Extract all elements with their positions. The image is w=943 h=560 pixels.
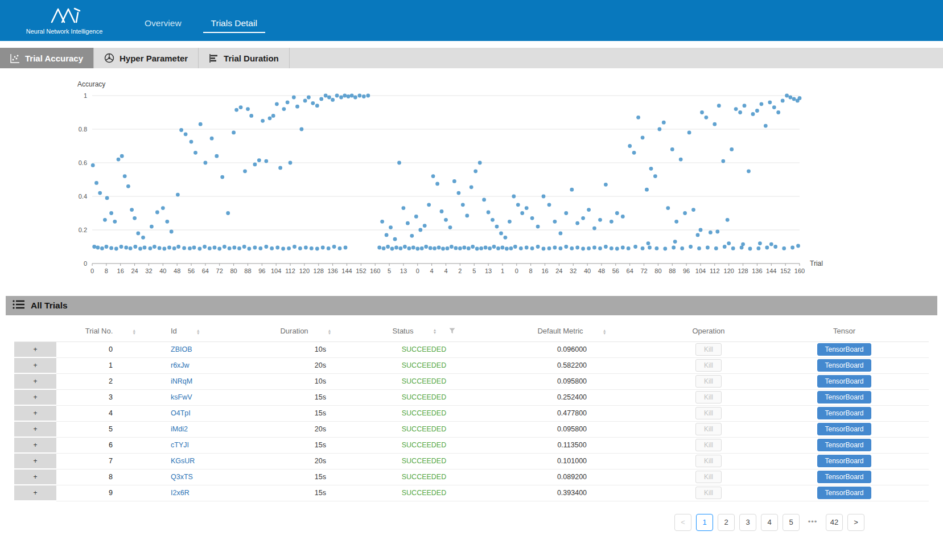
svg-text:16: 16 xyxy=(117,267,124,274)
svg-text:80: 80 xyxy=(654,267,661,274)
kill-button[interactable]: Kill xyxy=(695,439,722,451)
tab-trial-accuracy[interactable]: Trial Accuracy xyxy=(0,48,94,68)
table-row: +8Q3xTS15sSUCCEEDED0.089200KillTensorBoa… xyxy=(14,469,929,485)
sort-icon[interactable]: ▲▼ xyxy=(328,329,332,335)
svg-text:0.4: 0.4 xyxy=(79,193,87,200)
trial-id-cell[interactable]: O4TpI xyxy=(165,405,250,421)
table-row: +1r6xJw20sSUCCEEDED0.582200KillTensorBoa… xyxy=(14,357,929,373)
svg-text:120: 120 xyxy=(724,267,734,274)
pagination-page-3[interactable]: 3 xyxy=(739,514,756,531)
tensorboard-button[interactable]: TensorBoard xyxy=(817,375,871,388)
sort-icon[interactable]: ▲▼ xyxy=(603,329,607,335)
pagination-page-2[interactable]: 2 xyxy=(718,514,735,531)
expand-row-button[interactable]: + xyxy=(14,453,56,469)
trial-id-cell[interactable]: cTYJI xyxy=(165,437,250,453)
pagination-page-5[interactable]: 5 xyxy=(783,514,800,531)
trial-id-cell[interactable]: ksFwV xyxy=(165,389,250,405)
tensorboard-button[interactable]: TensorBoard xyxy=(817,359,871,372)
trial-no-cell: 7 xyxy=(56,453,165,469)
expand-row-button[interactable]: + xyxy=(14,469,56,485)
trial-id-cell[interactable]: ZBIOB xyxy=(165,341,250,357)
trial-id-cell[interactable]: iNRqM xyxy=(165,373,250,389)
pagination-page-1[interactable]: 1 xyxy=(696,514,713,531)
kill-button[interactable]: Kill xyxy=(695,455,722,467)
expand-row-button[interactable]: + xyxy=(14,421,56,437)
column-header-label: Id xyxy=(171,327,177,335)
tensorboard-button[interactable]: TensorBoard xyxy=(817,343,871,356)
expand-row-button[interactable]: + xyxy=(14,373,56,389)
kill-button[interactable]: Kill xyxy=(695,423,722,435)
tab-label: Trial Accuracy xyxy=(25,53,83,63)
status-cell: SUCCEEDED xyxy=(361,389,487,405)
trial-id-cell[interactable]: I2x6R xyxy=(165,485,250,501)
operation-cell: Kill xyxy=(657,405,760,421)
operation-cell: Kill xyxy=(657,373,760,389)
nni-logo[interactable]: Neural Network Intelligence xyxy=(10,6,118,35)
expand-row-button[interactable]: + xyxy=(14,485,56,501)
scatter-icon xyxy=(10,53,20,63)
trial-id-cell[interactable]: Q3xTS xyxy=(165,469,250,485)
pagination-prev-button[interactable]: < xyxy=(674,514,691,531)
pagination-page-42[interactable]: 42 xyxy=(826,514,843,531)
tab-label: Hyper Parameter xyxy=(120,53,188,63)
tensorboard-button[interactable]: TensorBoard xyxy=(817,391,871,403)
tensorboard-button[interactable]: TensorBoard xyxy=(817,423,871,435)
kill-button[interactable]: Kill xyxy=(695,375,722,388)
tensorboard-button[interactable]: TensorBoard xyxy=(817,471,871,483)
svg-text:8: 8 xyxy=(529,267,533,274)
svg-text:0: 0 xyxy=(90,267,94,274)
status-cell: SUCCEEDED xyxy=(361,341,487,357)
svg-text:112: 112 xyxy=(285,267,295,274)
trial-id-cell[interactable]: iMdi2 xyxy=(165,421,250,437)
trial-no-cell: 2 xyxy=(56,373,165,389)
svg-text:32: 32 xyxy=(145,267,152,274)
svg-text:96: 96 xyxy=(683,267,690,274)
tab-hyper-parameter[interactable]: Hyper Parameter xyxy=(94,48,199,68)
tensorboard-button[interactable]: TensorBoard xyxy=(817,407,871,419)
svg-text:64: 64 xyxy=(202,267,209,274)
trial-no-cell: 8 xyxy=(56,469,165,485)
tab-trial-duration[interactable]: Trial Duration xyxy=(199,48,290,68)
svg-text:40: 40 xyxy=(159,267,166,274)
trial-id-cell[interactable]: r6xJw xyxy=(165,357,250,373)
status-cell: SUCCEEDED xyxy=(361,469,487,485)
expand-row-button[interactable]: + xyxy=(14,405,56,421)
nni-logo-icon xyxy=(35,6,94,27)
kill-button[interactable]: Kill xyxy=(695,487,722,499)
table-row: +7KGsUR20sSUCCEEDED0.101000KillTensorBoa… xyxy=(14,453,929,469)
svg-text:152: 152 xyxy=(356,267,366,274)
table-header-row: Trial No.▲▼Id▲▼Duration▲▼Status▲▼Default… xyxy=(14,321,929,341)
column-header-expand xyxy=(14,321,56,341)
svg-text:152: 152 xyxy=(780,267,790,274)
filter-funnel-icon[interactable] xyxy=(449,327,455,336)
expand-row-button[interactable]: + xyxy=(14,357,56,373)
column-header-label: Duration xyxy=(280,327,308,335)
svg-text:96: 96 xyxy=(258,267,265,274)
status-cell: SUCCEEDED xyxy=(361,405,487,421)
kill-button[interactable]: Kill xyxy=(695,407,722,419)
column-header-duration: Duration▲▼ xyxy=(250,321,361,341)
status-cell: SUCCEEDED xyxy=(361,421,487,437)
tensorboard-button[interactable]: TensorBoard xyxy=(817,487,871,499)
expand-row-button[interactable]: + xyxy=(14,389,56,405)
nav-tab-trials-detail[interactable]: Trials Detail xyxy=(208,18,261,41)
kill-button[interactable]: Kill xyxy=(695,391,722,403)
pagination-page-4[interactable]: 4 xyxy=(761,514,778,531)
sort-icon[interactable]: ▲▼ xyxy=(433,328,437,334)
kill-button[interactable]: Kill xyxy=(695,359,722,372)
kill-button[interactable]: Kill xyxy=(695,343,722,356)
expand-row-button[interactable]: + xyxy=(14,437,56,453)
sort-icon[interactable]: ▲▼ xyxy=(196,329,200,335)
pagination-next-button[interactable]: > xyxy=(847,514,864,531)
tensorboard-button[interactable]: TensorBoard xyxy=(817,455,871,467)
kill-button[interactable]: Kill xyxy=(695,471,722,483)
trial-id-cell[interactable]: KGsUR xyxy=(165,453,250,469)
svg-text:5: 5 xyxy=(388,267,391,274)
expand-row-button[interactable]: + xyxy=(14,341,56,357)
trial-no-cell: 6 xyxy=(56,437,165,453)
tensorboard-button[interactable]: TensorBoard xyxy=(817,439,871,451)
nav-tab-overview[interactable]: Overview xyxy=(141,18,185,41)
pagination-ellipsis[interactable]: ••• xyxy=(804,514,821,531)
sort-icon[interactable]: ▲▼ xyxy=(132,329,136,335)
accuracy-scatter-plot[interactable]: 00.20.40.60.8108162432404856647280889610… xyxy=(0,79,943,279)
